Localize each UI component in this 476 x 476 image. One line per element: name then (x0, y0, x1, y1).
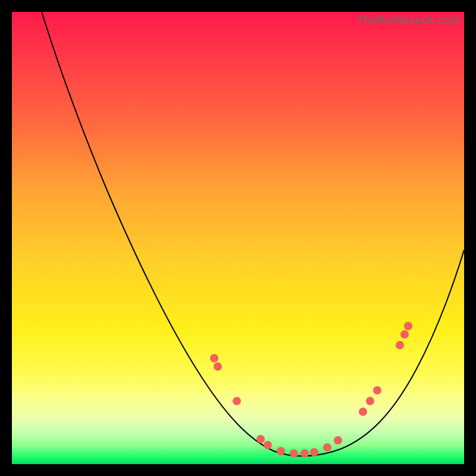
data-point (256, 435, 265, 443)
data-point (233, 397, 241, 405)
data-point (310, 448, 318, 456)
data-point (290, 449, 298, 458)
chart-area: TheBottleneck.com (12, 12, 464, 464)
data-point (323, 443, 331, 452)
data-point (210, 354, 218, 362)
data-point (404, 322, 412, 330)
data-point (366, 397, 374, 405)
data-point (359, 408, 367, 416)
data-point (334, 436, 342, 444)
data-point (277, 447, 285, 455)
data-points (210, 322, 412, 458)
data-point (214, 362, 222, 371)
bottleneck-curve (42, 12, 464, 456)
data-point (300, 449, 309, 458)
data-point (373, 386, 381, 394)
data-point (264, 441, 272, 449)
curve-plot (12, 12, 464, 464)
data-point (396, 341, 404, 349)
data-point (400, 330, 409, 339)
watermark-text: TheBottleneck.com (356, 13, 461, 27)
